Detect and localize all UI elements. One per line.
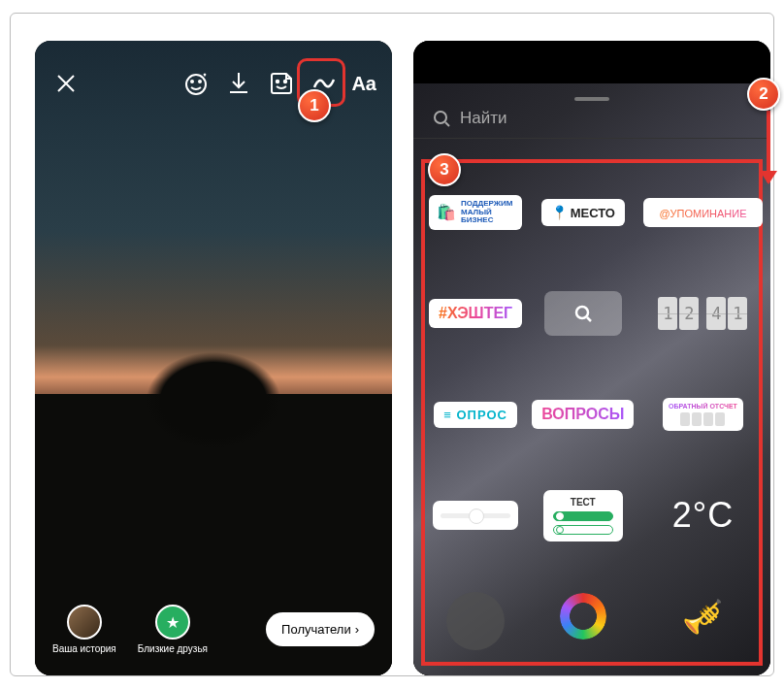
your-story-label: Ваша история: [52, 643, 116, 654]
sticker-emoji-slider[interactable]: [433, 501, 518, 530]
sticker-mention[interactable]: @УПОМИНАНИЕ: [643, 198, 762, 227]
sticker-hashtag[interactable]: #ХЭШТЕГ: [429, 299, 522, 328]
sticker-camera-selfie[interactable]: [446, 592, 505, 650]
svg-point-6: [576, 307, 588, 318]
sticker-panel-background: Найти 🛍️ ПОДДЕРЖИМ МАЛЫЙ БИЗНЕС МЕСТО @У…: [413, 41, 770, 675]
sticker-support-small-business[interactable]: 🛍️ ПОДДЕРЖИМ МАЛЫЙ БИЗНЕС: [429, 195, 522, 230]
search-icon: [433, 110, 450, 127]
svg-point-2: [199, 81, 201, 82]
sticker-time[interactable]: 1 2 4 1: [658, 297, 747, 330]
face-effects-button[interactable]: [175, 62, 217, 105]
story-bottom-bar: Ваша история Близкие друзья Получатели ›: [35, 605, 392, 654]
shopping-bag-icon: 🛍️: [437, 204, 456, 221]
sticker-quiz[interactable]: ТЕСТ: [543, 490, 623, 541]
sticker-music[interactable]: 🎺: [682, 597, 723, 636]
close-friends-button[interactable]: Близкие друзья: [138, 605, 208, 654]
search-icon: [574, 305, 592, 322]
text-tool-button[interactable]: Aa: [345, 73, 382, 95]
story-top-toolbar: Aa: [45, 62, 382, 105]
sticker-location-label: МЕСТО: [571, 206, 615, 220]
svg-point-5: [435, 112, 446, 123]
sticker-questions[interactable]: ВОПРОСЫ: [532, 400, 634, 429]
close-friends-label: Близкие друзья: [138, 643, 208, 654]
story-editor-screen: Aa Ваша история Близкие друзья Получател…: [35, 41, 392, 675]
time-digit-4: 1: [728, 297, 747, 330]
close-icon: [52, 70, 80, 97]
sticker-gif-search[interactable]: [544, 291, 622, 336]
recipients-button[interactable]: Получатели ›: [266, 612, 375, 646]
sticker-button[interactable]: [260, 62, 303, 105]
sticker-search-input[interactable]: Найти: [413, 109, 770, 139]
svg-point-0: [186, 75, 206, 94]
sticker-mention-label: @УПОМИНАНИЕ: [651, 202, 754, 225]
sticker-smallbiz-label: ПОДДЕРЖИМ МАЛЫЙ БИЗНЕС: [461, 200, 514, 225]
quiz-option-selected-icon: [553, 511, 613, 521]
panel-top-black-bar: [413, 41, 770, 83]
drag-handle[interactable]: [574, 97, 609, 101]
svg-point-1: [191, 81, 193, 82]
svg-point-3: [277, 81, 278, 82]
time-digit-2: 2: [679, 297, 699, 330]
sticker-countdown[interactable]: ОБРАТНЫЙ ОТСЧЕТ: [663, 398, 743, 432]
quiz-option-icon: [553, 525, 613, 535]
annotation-arrow-down: [767, 111, 770, 182]
sticker-countdown-label: ОБРАТНЫЙ ОТСЧЕТ: [669, 403, 737, 410]
sticker-quiz-label: ТЕСТ: [571, 497, 596, 508]
time-digit-1: 1: [658, 297, 677, 330]
photo-tree-silhouette: [141, 343, 286, 469]
sticker-temperature[interactable]: 2°C: [672, 495, 734, 536]
smiley-sparkle-icon: [182, 70, 210, 97]
sticker-hashtag-label: #ХЭШТЕГ: [439, 305, 512, 321]
your-story-button[interactable]: Ваша история: [52, 605, 116, 654]
chevron-right-icon: ›: [355, 622, 359, 637]
sticker-icon: [268, 70, 295, 97]
squiggle-icon: [310, 70, 338, 97]
countdown-bars-icon: [680, 412, 725, 426]
slider-track-icon: [441, 513, 510, 518]
svg-point-4: [284, 81, 286, 82]
sticker-rainbow[interactable]: [560, 593, 606, 640]
your-story-avatar-icon: [67, 605, 102, 640]
sticker-panel-screen: Найти 🛍️ ПОДДЕРЖИМ МАЛЫЙ БИЗНЕС МЕСТО @У…: [413, 41, 770, 675]
tutorial-frame: Aa Ваша история Близкие друзья Получател…: [10, 13, 774, 676]
recipients-label: Получатели: [281, 622, 351, 637]
sticker-grid[interactable]: 🛍️ ПОДДЕРЖИМ МАЛЫЙ БИЗНЕС МЕСТО @УПОМИНА…: [429, 167, 755, 660]
story-photo-background: Aa Ваша история Близкие друзья Получател…: [35, 41, 392, 675]
download-icon: [225, 70, 252, 97]
download-button[interactable]: [217, 62, 260, 105]
time-digit-3: 4: [706, 297, 726, 330]
sticker-questions-label: ВОПРОСЫ: [541, 406, 624, 422]
sticker-poll-label: ОПРОС: [456, 408, 506, 422]
sticker-poll[interactable]: ОПРОС: [434, 402, 517, 428]
draw-button[interactable]: [303, 62, 345, 105]
close-button[interactable]: [45, 62, 87, 105]
search-placeholder: Найти: [460, 109, 507, 128]
close-friends-star-icon: [155, 605, 190, 640]
sticker-location[interactable]: МЕСТО: [541, 199, 625, 226]
